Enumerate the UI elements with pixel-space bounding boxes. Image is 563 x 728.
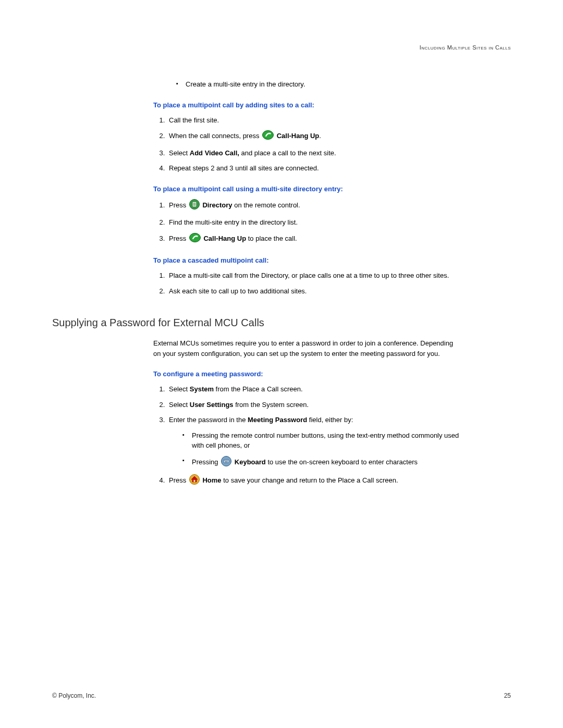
intro-bullet-list: Create a multi-site entry in the directo… — [176, 79, 461, 90]
step-text: to place the call. — [246, 235, 297, 242]
step-text: and place a call to the next site. — [239, 149, 336, 157]
page-footer: © Polycom, Inc. 25 — [52, 692, 511, 699]
svg-rect-10 — [225, 460, 226, 461]
content-column: External MCUs sometimes require you to e… — [153, 338, 461, 488]
step-item: Select System from the Place a Call scre… — [167, 384, 461, 394]
call-hangup-icon — [189, 233, 201, 245]
svg-rect-11 — [226, 460, 227, 461]
step-text: from the System screen. — [234, 401, 309, 409]
directory-icon — [189, 199, 200, 213]
step-item: Ask each site to call up to two addition… — [167, 286, 461, 297]
step-text: Pressing — [192, 458, 220, 466]
svg-rect-12 — [227, 460, 228, 461]
step-text: to use the on-screen keyboard to enter c… — [266, 458, 418, 466]
button-label: User Settings — [190, 401, 234, 409]
step-text: from the Place a Call screen. — [214, 385, 303, 393]
paragraph: External MCUs sometimes require you to e… — [153, 338, 461, 359]
button-label: Add Video Call, — [190, 149, 239, 157]
button-label: Call-Hang Up — [277, 132, 320, 140]
section-title: Supplying a Password for External MCU Ca… — [52, 317, 511, 329]
page-number: 25 — [504, 692, 511, 699]
step-text: Select — [169, 401, 190, 409]
step-text: Enter the password in the — [169, 416, 248, 424]
svg-point-0 — [263, 131, 274, 140]
step-text: to save your change and return to the Pl… — [222, 476, 398, 484]
step-item: Enter the password in the Meeting Passwo… — [167, 415, 461, 469]
list-item: Create a multi-site entry in the directo… — [176, 79, 461, 90]
keyboard-icon — [221, 456, 231, 470]
step-text: . — [319, 132, 321, 140]
procedure-heading: To place a multipoint call using a multi… — [153, 185, 461, 193]
svg-rect-8 — [224, 460, 229, 463]
ordered-steps: Select System from the Place a Call scre… — [153, 384, 461, 488]
ordered-steps: Press Directory on the remote control. F… — [153, 199, 461, 245]
ordered-steps: Place a multi-site call from the Directo… — [153, 270, 461, 296]
button-label: Home — [202, 476, 221, 484]
field-label: Meeting Password — [248, 416, 307, 424]
step-item: Select User Settings from the System scr… — [167, 400, 461, 410]
step-text: When the call connects, press — [169, 132, 261, 140]
copyright-text: © Polycom, Inc. — [52, 692, 96, 699]
step-item: Place a multi-site call from the Directo… — [167, 270, 461, 281]
document-page: Including Multiple Sites in Calls Create… — [0, 0, 563, 728]
step-item: Call the first site. — [167, 115, 461, 126]
call-hangup-icon — [262, 130, 274, 143]
button-label: System — [190, 385, 214, 393]
step-item: When the call connects, press Call-Hang … — [167, 130, 461, 143]
button-label: Keyboard — [235, 458, 266, 466]
home-icon — [189, 474, 200, 488]
step-text: field, either by: — [307, 416, 353, 424]
step-text: on the remote control. — [232, 201, 300, 209]
svg-rect-9 — [224, 460, 225, 461]
content-column: Create a multi-site entry in the directo… — [153, 79, 461, 296]
ordered-steps: Call the first site. When the call conne… — [153, 115, 461, 174]
step-item: Press Home to save your change and retur… — [167, 474, 461, 488]
step-text: Press — [169, 201, 188, 209]
step-text: Press — [169, 476, 188, 484]
svg-point-6 — [189, 233, 200, 242]
step-text: Select — [169, 385, 190, 393]
step-item: Press Directory on the remote control. — [167, 199, 461, 213]
svg-rect-13 — [225, 461, 228, 462]
procedure-heading: To place a cascaded multipoint call: — [153, 256, 461, 264]
button-label: Directory — [202, 201, 232, 209]
procedure-heading: To place a multipoint call by adding sit… — [153, 101, 461, 109]
step-text: Select — [169, 149, 190, 157]
step-item: Repeat steps 2 and 3 until all sites are… — [167, 163, 461, 174]
step-item: Find the multi-site entry in the directo… — [167, 217, 461, 228]
svg-rect-15 — [193, 480, 195, 482]
list-item: Pressing Key — [182, 456, 461, 470]
list-item: Pressing the remote control number butto… — [182, 430, 461, 451]
button-label: Call-Hang Up — [203, 235, 246, 242]
procedure-heading: To configure a meeting password: — [153, 370, 461, 378]
sub-bullet-list: Pressing the remote control number butto… — [182, 430, 461, 470]
step-item: Press Call-Hang Up to place the call. — [167, 233, 461, 245]
step-item: Select Add Video Call, and place a call … — [167, 148, 461, 158]
running-header: Including Multiple Sites in Calls — [52, 44, 511, 51]
step-text: Press — [169, 235, 188, 242]
